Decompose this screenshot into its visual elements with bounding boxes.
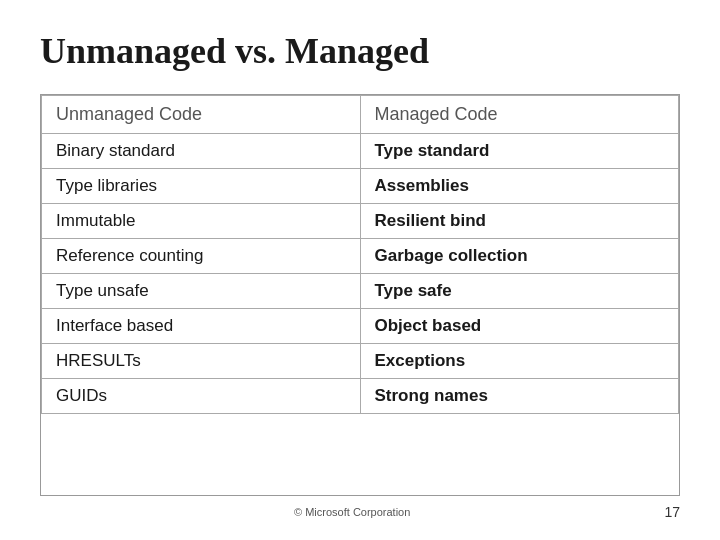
- managed-cell: Assemblies: [360, 169, 679, 204]
- table-row: Type librariesAssemblies: [42, 169, 679, 204]
- footer: © Microsoft Corporation 17: [40, 504, 680, 520]
- unmanaged-cell: Type unsafe: [42, 274, 361, 309]
- unmanaged-cell: GUIDs: [42, 379, 361, 414]
- unmanaged-cell: Reference counting: [42, 239, 361, 274]
- comparison-table-wrapper: Unmanaged Code Managed Code Binary stand…: [40, 94, 680, 496]
- table-row: Reference countingGarbage collection: [42, 239, 679, 274]
- comparison-table: Unmanaged Code Managed Code Binary stand…: [41, 95, 679, 414]
- table-row: ImmutableResilient bind: [42, 204, 679, 239]
- unmanaged-cell: Binary standard: [42, 134, 361, 169]
- col-header-unmanaged: Unmanaged Code: [42, 96, 361, 134]
- unmanaged-cell: HRESULTs: [42, 344, 361, 379]
- table-row: HRESULTsExceptions: [42, 344, 679, 379]
- managed-cell: Type standard: [360, 134, 679, 169]
- slide-title: Unmanaged vs. Managed: [40, 30, 680, 72]
- unmanaged-cell: Type libraries: [42, 169, 361, 204]
- managed-cell: Type safe: [360, 274, 679, 309]
- managed-cell: Exceptions: [360, 344, 679, 379]
- page-number: 17: [664, 504, 680, 520]
- table-row: Interface basedObject based: [42, 309, 679, 344]
- table-row: Binary standardType standard: [42, 134, 679, 169]
- managed-cell: Garbage collection: [360, 239, 679, 274]
- slide: Unmanaged vs. Managed Unmanaged Code Man…: [0, 0, 720, 540]
- copyright-text: © Microsoft Corporation: [40, 506, 664, 518]
- table-row: GUIDsStrong names: [42, 379, 679, 414]
- managed-cell: Strong names: [360, 379, 679, 414]
- table-row: Type unsafeType safe: [42, 274, 679, 309]
- table-body: Binary standardType standardType librari…: [42, 134, 679, 414]
- managed-cell: Object based: [360, 309, 679, 344]
- table-header-row: Unmanaged Code Managed Code: [42, 96, 679, 134]
- unmanaged-cell: Immutable: [42, 204, 361, 239]
- managed-cell: Resilient bind: [360, 204, 679, 239]
- col-header-managed: Managed Code: [360, 96, 679, 134]
- unmanaged-cell: Interface based: [42, 309, 361, 344]
